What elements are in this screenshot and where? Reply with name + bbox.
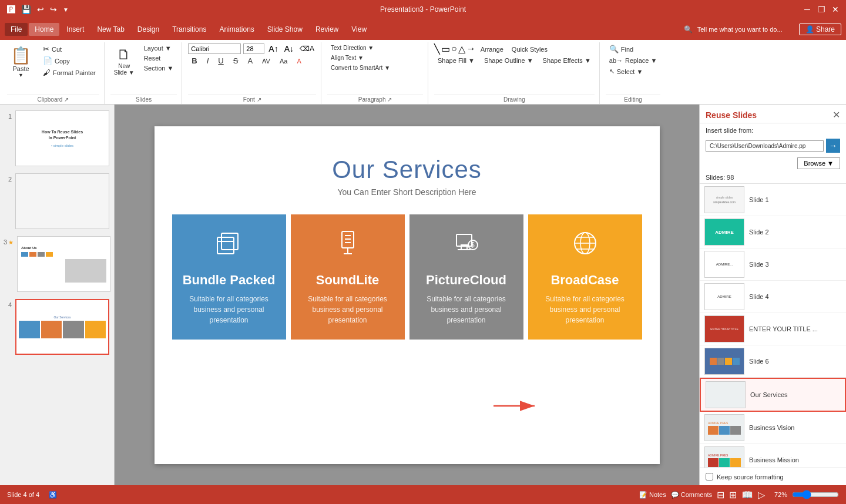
- cloud-icon: $: [452, 229, 481, 263]
- bold-button[interactable]: B: [188, 55, 200, 66]
- paste-button[interactable]: 📋 Paste ▼: [7, 43, 35, 80]
- status-bar-left: Slide 4 of 4 ♿: [7, 491, 57, 499]
- convert-smartart-button[interactable]: Convert to SmartArt ▼: [327, 63, 394, 72]
- cut-button[interactable]: ✂ Cut: [39, 43, 99, 55]
- reuse-path-input[interactable]: [706, 140, 824, 152]
- menu-insert[interactable]: Insert: [61, 23, 90, 36]
- find-button[interactable]: 🔍 Find: [606, 43, 637, 55]
- slide-show-button[interactable]: ▷: [758, 489, 765, 500]
- reuse-thumb-5: ENTER YOUR TITLE: [704, 315, 744, 342]
- arrange-button[interactable]: Arrange: [477, 43, 507, 55]
- slide-thumbnail-1[interactable]: 1 How To Reuse SlidesIn PowerPoint • sim…: [2, 109, 112, 167]
- shape-effects-button[interactable]: Shape Effects ▼: [539, 56, 595, 65]
- menu-slideshow[interactable]: Slide Show: [261, 23, 308, 36]
- service-card-broad[interactable]: BroadCase Suitable for all categories bu…: [528, 214, 642, 340]
- quick-styles-button[interactable]: Quick Styles: [508, 43, 551, 55]
- oval-shape[interactable]: ○: [451, 43, 457, 55]
- slide-canvas-area: Our Services You Can Enter Short Descrip…: [115, 105, 699, 485]
- clipboard-content: 📋 Paste ▼ ✂ Cut 📄 Copy 🖌 Format Painter: [7, 42, 99, 95]
- format-painter-button[interactable]: 🖌 Format Painter: [39, 67, 99, 78]
- reading-view-button[interactable]: 📖: [741, 489, 753, 500]
- menu-transitions[interactable]: Transitions: [166, 23, 212, 36]
- minimize-button[interactable]: ─: [803, 5, 812, 14]
- reuse-slide-5[interactable]: ENTER YOUR TITLE ENTER YOUR TITLE ...: [700, 313, 846, 345]
- reuse-slide-2[interactable]: ADMIRE Slide 2: [700, 216, 846, 248]
- redo-button[interactable]: ↪: [49, 4, 58, 15]
- undo-button[interactable]: ↩: [36, 4, 45, 15]
- menu-new-tab[interactable]: New Tab: [91, 23, 130, 36]
- reuse-slide-3[interactable]: ADMIRE... Slide 3: [700, 248, 846, 281]
- reuse-slide-8[interactable]: ADMIRE PRES Business Vision: [700, 412, 846, 444]
- font-grow-button[interactable]: A↑: [267, 43, 280, 54]
- slide-thumbnail-3[interactable]: 3★ About Us: [2, 235, 112, 293]
- rect-shape[interactable]: ▭: [441, 43, 450, 55]
- text-shadow-button[interactable]: A: [244, 55, 256, 66]
- char-spacing-button[interactable]: AV: [258, 56, 274, 66]
- notes-button[interactable]: 📝 Notes: [639, 491, 666, 499]
- slide-thumbnail-4[interactable]: 4 Our Services: [2, 298, 112, 356]
- clear-format-button[interactable]: ⌫A: [298, 44, 316, 53]
- menu-review[interactable]: Review: [310, 23, 344, 36]
- reuse-panel-title: Reuse Slides: [706, 110, 757, 120]
- change-case-button[interactable]: Aa: [276, 56, 291, 66]
- replace-button[interactable]: ab→ Replace ▼: [606, 56, 661, 65]
- restore-button[interactable]: ❐: [817, 5, 826, 14]
- slide-canvas[interactable]: Our Services You Can Enter Short Descrip…: [155, 126, 660, 464]
- reuse-panel-header: Reuse Slides ✕: [700, 105, 846, 123]
- menu-home[interactable]: Home: [29, 23, 59, 36]
- font-size-input[interactable]: [243, 43, 264, 54]
- search-placeholder[interactable]: Tell me what you want to do...: [697, 26, 783, 33]
- slides-small-stack: Layout ▼ Reset Section ▼: [140, 43, 177, 73]
- save-button[interactable]: 💾: [20, 4, 32, 15]
- service-card-bundle[interactable]: Bundle Packed Suitable for all categorie…: [172, 214, 286, 340]
- align-text-button[interactable]: Align Text ▼: [327, 53, 367, 62]
- reuse-slide-4[interactable]: ADMIRE Slide 4: [700, 281, 846, 313]
- reset-button[interactable]: Reset: [140, 53, 177, 63]
- reuse-arrow: [494, 397, 540, 415]
- menu-animations[interactable]: Animations: [213, 23, 260, 36]
- reuse-slide-7[interactable]: Our Services: [700, 378, 846, 412]
- reuse-slide-9[interactable]: ADMIRE PRES Business Mission: [700, 444, 846, 468]
- copy-button[interactable]: 📄 Copy: [39, 55, 99, 66]
- section-button[interactable]: Section ▼: [140, 63, 177, 73]
- font-shrink-button[interactable]: A↓: [283, 43, 296, 54]
- customize-qat-button[interactable]: ▼: [62, 5, 70, 14]
- triangle-shape[interactable]: △: [458, 43, 465, 55]
- menu-file[interactable]: File: [5, 23, 28, 36]
- reuse-close-button[interactable]: ✕: [832, 109, 840, 120]
- slide-thumbnail-2[interactable]: 2: [2, 172, 112, 230]
- shape-outline-button[interactable]: Shape Outline ▼: [481, 56, 537, 65]
- arrow-shape[interactable]: →: [466, 43, 476, 55]
- service-card-cloud[interactable]: $ PictureCloud Suitable for all categori…: [409, 214, 523, 340]
- italic-button[interactable]: I: [203, 55, 213, 66]
- keep-source-formatting-checkbox[interactable]: [706, 473, 713, 481]
- underline-button[interactable]: U: [214, 55, 227, 66]
- menu-design[interactable]: Design: [132, 23, 165, 36]
- quick-access-toolbar: 🅿 💾 ↩ ↪ ▼: [6, 4, 70, 15]
- zoom-slider[interactable]: [792, 490, 839, 499]
- slide-sorter-button[interactable]: ⊞: [729, 489, 737, 500]
- bundle-icon: [214, 229, 244, 263]
- comments-button[interactable]: 💬 Comments: [671, 491, 712, 499]
- slide-thumb-1: How To Reuse SlidesIn PowerPoint • simpl…: [15, 110, 109, 166]
- service-card-sound[interactable]: SoundLite Suitable for all categories bu…: [291, 214, 405, 340]
- layout-button[interactable]: Layout ▼: [140, 43, 177, 53]
- reuse-go-button[interactable]: →: [826, 139, 840, 153]
- menu-view[interactable]: View: [345, 23, 372, 36]
- reuse-slide-6[interactable]: Slide 6: [700, 345, 846, 378]
- browse-button[interactable]: Browse ▼: [797, 157, 840, 169]
- font-color-button[interactable]: A: [293, 56, 304, 66]
- share-button[interactable]: 👤 Share: [799, 23, 841, 35]
- normal-view-button[interactable]: ⊟: [717, 489, 724, 500]
- text-direction-button[interactable]: Text Direction ▼: [327, 43, 377, 52]
- strikethrough-button[interactable]: S: [230, 55, 242, 66]
- font-content: A↑ A↓ ⌫A B I U S A AV Aa A: [188, 42, 316, 95]
- select-button[interactable]: ↖ Select ▼: [606, 66, 647, 76]
- clipboard-small-stack: ✂ Cut 📄 Copy 🖌 Format Painter: [39, 43, 99, 78]
- reuse-slide-1[interactable]: simple slides simpleslides.com Slide 1: [700, 184, 846, 216]
- shape-fill-button[interactable]: Shape Fill ▼: [434, 56, 478, 65]
- line-shape[interactable]: ╲: [434, 43, 440, 55]
- close-button[interactable]: ✕: [831, 5, 840, 14]
- font-name-input[interactable]: [188, 43, 241, 54]
- new-slide-button[interactable]: 🗋 New Slide ▼: [110, 43, 138, 79]
